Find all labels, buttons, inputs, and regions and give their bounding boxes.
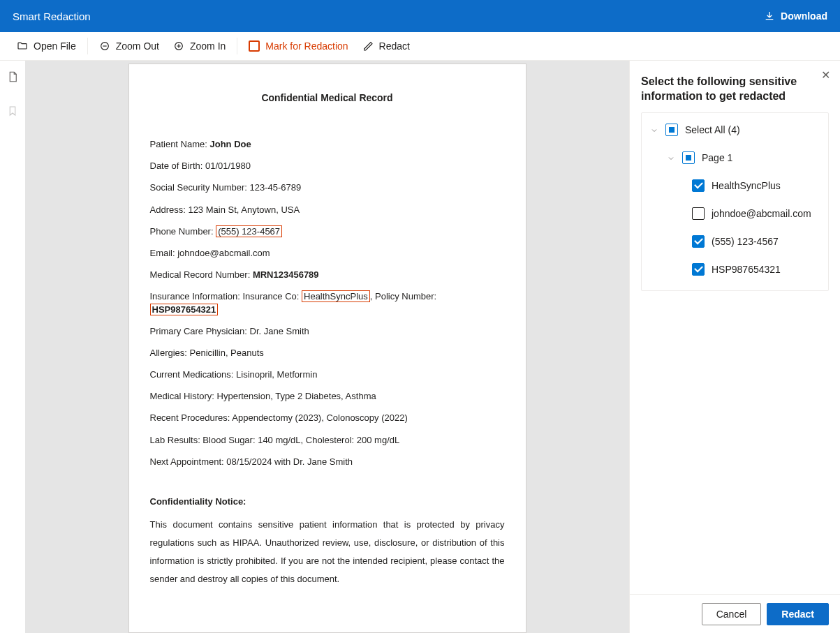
mark-redaction-label: Mark for Redaction — [265, 40, 348, 52]
tree-item-label: johndoe@abcmail.com — [712, 208, 811, 219]
doc-line-phone: Phone Number: (555) 123-4567 — [150, 225, 505, 238]
redaction-panel: ✕ Select the following sensitive informa… — [630, 61, 840, 633]
left-rail — [0, 61, 25, 633]
zoom-out-button[interactable]: Zoom Out — [92, 35, 166, 57]
panel-title: Select the following sensitive informati… — [641, 75, 829, 104]
doc-line-patient: Patient Name: John Doe — [150, 138, 505, 151]
tree-item[interactable]: johndoe@abcmail.com — [642, 200, 828, 228]
open-file-label: Open File — [34, 40, 76, 52]
tree-item[interactable]: (555) 123-4567 — [642, 228, 828, 255]
tree-item-label: HSP987654321 — [712, 264, 781, 275]
redact-label: Redact — [379, 40, 410, 52]
doc-line-meds: Current Medications: Lisinopril, Metform… — [150, 368, 505, 381]
open-file-button[interactable]: Open File — [10, 35, 83, 57]
panel-footer: Cancel Redact — [630, 594, 840, 633]
doc-line-appt: Next Appointment: 08/15/2024 with Dr. Ja… — [150, 456, 505, 468]
doc-line-dob: Date of Birth: 01/01/1980 — [150, 160, 505, 172]
doc-line-address: Address: 123 Main St, Anytown, USA — [150, 204, 505, 216]
main-area: Confidential Medical Record Patient Name… — [0, 61, 840, 633]
download-label: Download — [781, 10, 827, 22]
toolbar: Open File Zoom Out Zoom In Mark for Reda… — [0, 32, 840, 61]
redaction-tree: Select All (4) Page 1 HealthSyncPlus joh… — [641, 112, 829, 291]
doc-line-ssn: Social Security Number: 123-45-6789 — [150, 181, 505, 194]
tree-item-label: HealthSyncPlus — [712, 180, 781, 191]
page-label: Page 1 — [702, 152, 732, 163]
select-all-label: Select All (4) — [685, 124, 740, 135]
zoom-in-label: Zoom In — [190, 40, 226, 52]
tree-select-all[interactable]: Select All (4) — [642, 116, 828, 144]
doc-line-email: Email: johndoe@abcmail.com — [150, 247, 505, 260]
zoom-out-label: Zoom Out — [116, 40, 159, 52]
document-canvas[interactable]: Confidential Medical Record Patient Name… — [25, 61, 630, 633]
tree-item[interactable]: HealthSyncPlus — [642, 172, 828, 200]
mark-square-icon — [249, 40, 260, 52]
doc-line-history: Medical History: Hypertension, Type 2 Di… — [150, 390, 505, 403]
close-panel-button[interactable]: ✕ — [821, 68, 830, 82]
download-button[interactable]: Download — [764, 10, 827, 22]
redaction-mark-ins-co[interactable]: HealthSyncPlus — [302, 290, 370, 302]
doc-line-insurance: Insurance Information: Insurance Co: Hea… — [150, 290, 505, 315]
app-header: Smart Redaction Download — [0, 0, 840, 32]
zoom-out-icon — [99, 40, 110, 52]
checkbox-item[interactable] — [692, 263, 705, 276]
cancel-button[interactable]: Cancel — [702, 603, 762, 625]
tree-item-label: (555) 123-4567 — [712, 236, 779, 247]
tree-item[interactable]: HSP987654321 — [642, 255, 828, 283]
zoom-in-button[interactable]: Zoom In — [166, 35, 233, 57]
redact-apply-button[interactable]: Redact — [767, 603, 829, 625]
redact-icon — [362, 40, 374, 52]
checkbox-item[interactable] — [692, 179, 705, 192]
bookmark-icon[interactable] — [6, 105, 19, 119]
doc-line-procedures: Recent Procedures: Appendectomy (2023), … — [150, 412, 505, 424]
notice-heading: Confidentiality Notice: — [150, 496, 505, 507]
pages-icon[interactable] — [6, 70, 19, 85]
doc-line-mrn: Medical Record Number: MRN123456789 — [150, 269, 505, 281]
folder-icon — [17, 40, 28, 52]
download-icon — [764, 10, 775, 22]
notice-body: This document contains sensitive patient… — [150, 516, 505, 588]
toolbar-separator — [87, 38, 88, 54]
redaction-mark-phone[interactable]: (555) 123-4567 — [216, 225, 282, 237]
tree-page-node[interactable]: Page 1 — [642, 144, 828, 172]
checkbox-item[interactable] — [692, 207, 705, 220]
checkbox-page[interactable] — [682, 151, 695, 164]
chevron-down-icon — [650, 126, 658, 134]
checkbox-select-all[interactable] — [665, 124, 678, 136]
document-page: Confidential Medical Record Patient Name… — [128, 64, 526, 633]
toolbar-separator — [237, 38, 237, 54]
doc-line-pcp: Primary Care Physician: Dr. Jane Smith — [150, 325, 505, 338]
redaction-mark-policy[interactable]: HSP987654321 — [150, 304, 219, 315]
redact-button[interactable]: Redact — [355, 35, 417, 57]
doc-line-labs: Lab Results: Blood Sugar: 140 mg/dL, Cho… — [150, 434, 505, 447]
chevron-down-icon — [667, 154, 675, 162]
doc-line-allergies: Allergies: Penicillin, Peanuts — [150, 347, 505, 359]
app-title: Smart Redaction — [13, 10, 91, 22]
doc-title: Confidential Medical Record — [150, 92, 505, 103]
zoom-in-icon — [173, 40, 184, 52]
checkbox-item[interactable] — [692, 235, 705, 248]
mark-redaction-button[interactable]: Mark for Redaction — [242, 35, 355, 57]
